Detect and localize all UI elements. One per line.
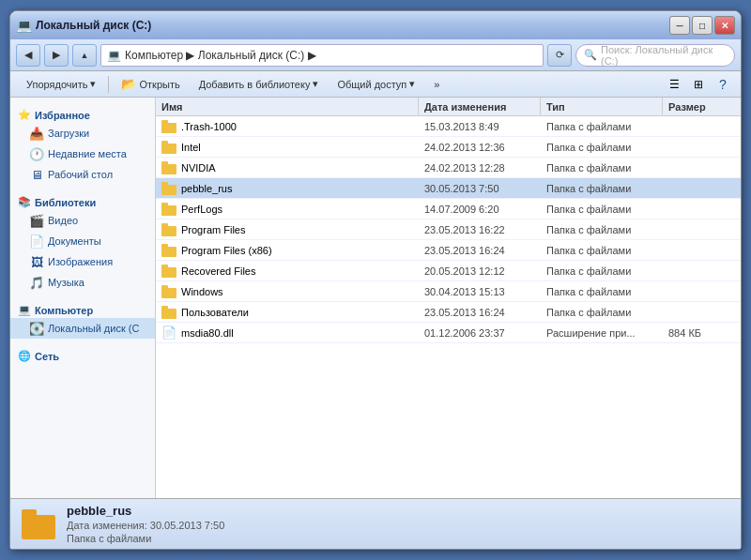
sidebar-item-recent[interactable]: 🕐 Недавние места	[10, 144, 155, 164]
file-name: Пользователи	[181, 307, 249, 318]
more-button[interactable]: »	[425, 74, 448, 95]
refresh-button[interactable]: ⟳	[547, 44, 572, 67]
header-type[interactable]: Тип	[541, 98, 663, 115]
share-button[interactable]: Общий доступ ▾	[329, 74, 423, 95]
sidebar: ⭐ Избранное 📥 Загрузки 🕐 Недавние места …	[10, 98, 156, 498]
sidebar-item-desktop[interactable]: 🖥 Рабочий стол	[10, 164, 155, 185]
sidebar-item-video[interactable]: 🎬 Видео	[10, 210, 155, 231]
breadcrumb[interactable]: 💻 Компьютер ▶ Локальный диск (C:) ▶	[100, 44, 544, 67]
file-type: Папка с файлами	[541, 261, 663, 280]
add-library-button[interactable]: Добавить в библиотеку ▾	[191, 74, 328, 95]
table-row[interactable]: pebble_rus30.05.2013 7:50Папка с файлами	[156, 178, 741, 199]
localdisk-icon: 💽	[29, 321, 44, 336]
file-size	[663, 240, 738, 260]
folder-icon	[161, 306, 176, 319]
file-type: Папка с файлами	[541, 302, 663, 322]
images-icon: 🖼	[29, 254, 44, 269]
file-name: msdia80.dll	[181, 327, 234, 339]
header-name[interactable]: Имя	[156, 98, 419, 115]
folder-icon	[161, 223, 176, 236]
forward-button[interactable]: ▶	[44, 44, 69, 67]
search-box[interactable]: 🔍 Поиск: Локальный диск (C:)	[575, 44, 735, 67]
file-name: PerfLogs	[181, 204, 222, 215]
table-row[interactable]: 📄msdia80.dll01.12.2006 23:37Расширение п…	[156, 323, 741, 343]
maximize-button[interactable]: □	[692, 16, 713, 35]
close-button[interactable]: ✕	[714, 16, 735, 35]
up-button[interactable]: ▲	[72, 44, 97, 67]
file-date: 24.02.2013 12:36	[419, 137, 541, 157]
folder-icon	[161, 161, 176, 174]
open-button[interactable]: 📂 Открыть	[113, 74, 188, 95]
file-date: 20.05.2013 12:12	[419, 261, 541, 280]
table-row[interactable]: PerfLogs14.07.2009 6:20Папка с файлами	[156, 199, 741, 219]
back-button[interactable]: ◀	[16, 44, 40, 67]
status-selected-name: pebble_rus	[67, 504, 224, 518]
file-type: Расширение при...	[541, 323, 663, 342]
file-size	[663, 178, 738, 198]
minimize-button[interactable]: ─	[669, 16, 690, 35]
folder-icon	[161, 141, 176, 154]
window-title: Локальный диск (C:)	[36, 19, 151, 32]
file-list-body: .Trash-100015.03.2013 8:49Папка с файлам…	[156, 116, 741, 498]
status-info: pebble_rus Дата изменения: 30.05.2013 7:…	[67, 504, 224, 544]
file-type: Папка с файлами	[541, 219, 663, 239]
sidebar-section-favorites: ⭐ Избранное	[10, 103, 155, 123]
status-folder-icon	[22, 509, 55, 539]
sidebar-item-downloads[interactable]: 📥 Загрузки	[10, 123, 155, 144]
computer-icon: 💻	[18, 304, 31, 316]
address-bar: ◀ ▶ ▲ 💻 Компьютер ▶ Локальный диск (C:) …	[10, 39, 741, 71]
file-size	[663, 199, 738, 219]
table-row[interactable]: Intel24.02.2013 12:36Папка с файлами	[156, 137, 741, 158]
organize-arrow: ▾	[90, 78, 96, 90]
downloads-icon: 📥	[29, 126, 44, 141]
file-size	[663, 116, 738, 136]
music-icon: 🎵	[29, 275, 44, 290]
file-date: 30.05.2013 7:50	[419, 178, 541, 198]
header-date[interactable]: Дата изменения	[419, 98, 541, 115]
help-button[interactable]: ?	[713, 74, 733, 95]
toolbar-separator-1	[108, 76, 109, 93]
breadcrumb-icon: 💻	[107, 49, 121, 62]
table-row[interactable]: Recovered Files20.05.2013 12:12Папка с ф…	[156, 261, 741, 281]
sidebar-item-localdisk[interactable]: 💽 Локальный диск (С	[10, 318, 155, 339]
file-size	[663, 137, 738, 157]
view-tiles-button[interactable]: ⊞	[688, 74, 709, 95]
table-row[interactable]: Пользователи23.05.2013 16:24Папка с файл…	[156, 302, 741, 323]
organize-label: Упорядочить	[26, 79, 87, 90]
file-name: NVIDIA	[181, 162, 216, 174]
toolbar-right: ☰ ⊞ ?	[664, 74, 733, 95]
file-name: .Trash-1000	[181, 121, 237, 132]
title-controls: ─ □ ✕	[669, 16, 735, 35]
header-size[interactable]: Размер	[663, 98, 738, 115]
search-icon: 🔍	[584, 49, 597, 61]
table-row[interactable]: Windows30.04.2013 15:13Папка с файлами	[156, 281, 741, 302]
file-icon: 📄	[161, 325, 176, 341]
toolbar: Упорядочить ▾ 📂 Открыть Добавить в библи…	[10, 71, 741, 98]
file-size	[663, 281, 738, 301]
view-details-button[interactable]: ☰	[664, 74, 684, 95]
file-date: 14.07.2009 6:20	[419, 199, 541, 219]
file-date: 30.04.2013 15:13	[419, 281, 541, 301]
table-row[interactable]: Program Files (x86)23.05.2013 16:24Папка…	[156, 240, 741, 261]
folder-icon	[161, 265, 176, 278]
status-selected-meta1: Дата изменения: 30.05.2013 7:50	[67, 520, 224, 531]
documents-icon: 📄	[29, 234, 44, 249]
file-date: 23.05.2013 16:24	[419, 302, 541, 322]
sidebar-item-documents[interactable]: 📄 Документы	[10, 231, 155, 251]
table-row[interactable]: NVIDIA24.02.2013 12:28Папка с файлами	[156, 158, 741, 178]
add-library-arrow: ▾	[313, 78, 318, 90]
file-type: Папка с файлами	[541, 281, 663, 301]
file-type: Папка с файлами	[541, 178, 663, 198]
file-type: Папка с файлами	[541, 137, 663, 157]
sidebar-item-images[interactable]: 🖼 Изображения	[10, 251, 155, 272]
table-row[interactable]: .Trash-100015.03.2013 8:49Папка с файлам…	[156, 116, 741, 137]
table-row[interactable]: Program Files23.05.2013 16:22Папка с фай…	[156, 219, 741, 240]
share-arrow: ▾	[409, 78, 415, 90]
file-size	[663, 219, 738, 239]
status-bar: pebble_rus Дата изменения: 30.05.2013 7:…	[10, 498, 741, 549]
file-name: Program Files	[181, 224, 245, 235]
sidebar-section-network: 🌐 Сеть	[10, 344, 155, 364]
organize-button[interactable]: Упорядочить ▾	[18, 74, 104, 95]
file-size	[663, 158, 738, 177]
sidebar-item-music[interactable]: 🎵 Музыка	[10, 272, 155, 293]
